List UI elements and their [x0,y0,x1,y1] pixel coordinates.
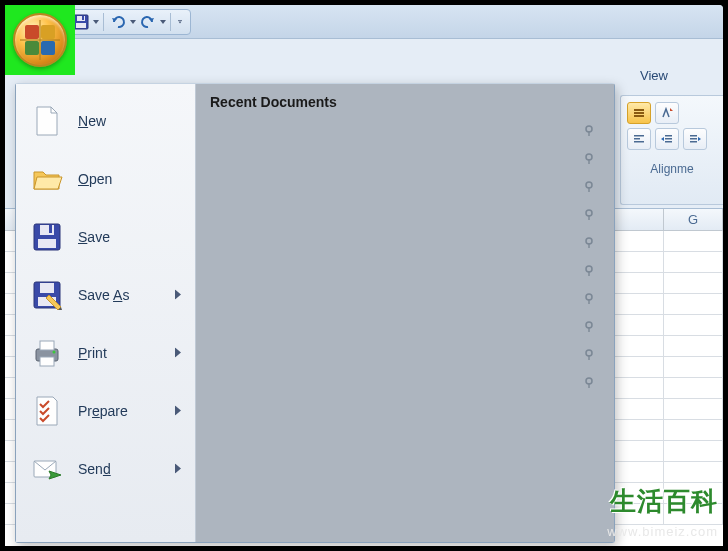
svg-rect-18 [38,239,56,248]
recent-document-slot[interactable] [210,258,600,286]
menu-print-label: Print [78,345,107,361]
qat-undo-dropdown[interactable] [129,20,137,24]
svg-rect-48 [588,383,589,388]
divider [103,13,104,31]
tab-view[interactable]: View [625,63,683,90]
pin-icon[interactable] [582,152,596,169]
save-disk-icon [30,220,64,254]
menu-open[interactable]: Open [20,150,191,208]
menu-save-as-label: Save As [78,287,129,303]
recent-document-slot[interactable] [210,286,600,314]
pin-icon[interactable] [582,320,596,337]
office-logo-icon [25,25,39,39]
menu-send[interactable]: Send [20,440,191,498]
recent-document-slot[interactable] [210,370,600,398]
svg-rect-36 [588,215,589,220]
svg-rect-8 [634,135,644,137]
office-button-highlight [5,5,75,75]
svg-rect-42 [588,299,589,304]
recent-document-slot[interactable] [210,342,600,370]
column-header-g[interactable]: G [664,209,723,230]
svg-rect-14 [690,135,697,137]
ribbon-group-label: Alignme [627,162,717,176]
menu-save-label: Save [78,229,110,245]
print-icon [30,336,64,370]
undo-icon [110,14,126,30]
recent-document-slot[interactable] [210,174,600,202]
svg-rect-12 [665,138,672,140]
align-middle-button[interactable] [627,102,651,124]
pin-icon[interactable] [582,124,596,141]
recent-documents-panel: Recent Documents [196,84,614,542]
svg-rect-38 [588,243,589,248]
qat-redo-button[interactable] [137,11,159,33]
svg-rect-5 [634,109,644,111]
menu-open-label: Open [78,171,112,187]
recent-document-slot[interactable] [210,230,600,258]
pin-icon[interactable] [582,348,596,365]
svg-rect-11 [665,135,672,137]
pin-icon[interactable] [582,236,596,253]
svg-rect-6 [634,112,644,114]
office-menu: New Open Save Save As [15,83,615,543]
qat-customize-dropdown[interactable] [174,20,186,24]
decrease-indent-button[interactable] [655,128,679,150]
svg-rect-4 [178,20,182,21]
office-menu-left: New Open Save Save As [16,84,196,542]
svg-rect-3 [82,16,84,20]
svg-rect-23 [40,283,54,293]
watermark-brand: 生活百科 [610,484,718,519]
recent-documents-title: Recent Documents [210,94,600,110]
office-button[interactable] [13,13,67,67]
align-left-button[interactable] [627,128,651,150]
pin-icon[interactable] [582,376,596,393]
svg-rect-20 [49,225,52,233]
svg-rect-1 [76,23,86,28]
send-icon [30,452,64,486]
save-icon [73,14,89,30]
prepare-icon [30,394,64,428]
app-window: View Alignme G [5,5,723,546]
pin-icon[interactable] [582,292,596,309]
svg-rect-44 [588,327,589,332]
watermark-url: www.bimeiz.com [607,524,718,539]
new-file-icon [30,104,64,138]
pin-icon[interactable] [582,180,596,197]
menu-prepare[interactable]: Prepare [20,382,191,440]
redo-icon [140,14,156,30]
svg-rect-30 [588,131,589,136]
recent-document-slot[interactable] [210,118,600,146]
chevron-right-icon [175,404,181,419]
orientation-button[interactable] [655,102,679,124]
recent-document-slot[interactable] [210,314,600,342]
recent-document-slot[interactable] [210,146,600,174]
title-bar [5,5,723,39]
svg-rect-9 [634,138,640,140]
pin-icon[interactable] [582,264,596,281]
qat-undo-button[interactable] [107,11,129,33]
increase-indent-button[interactable] [683,128,707,150]
svg-rect-26 [40,357,54,366]
menu-prepare-label: Prepare [78,403,128,419]
ribbon-group-alignment: Alignme [620,95,723,205]
recent-document-slot[interactable] [210,202,600,230]
chevron-right-icon [175,462,181,477]
svg-rect-15 [690,138,697,140]
menu-send-label: Send [78,461,111,477]
qat-redo-dropdown[interactable] [159,20,167,24]
menu-new[interactable]: New [20,92,191,150]
menu-print[interactable]: Print [20,324,191,382]
menu-new-label: New [78,113,106,129]
svg-rect-13 [665,141,672,143]
menu-save-as[interactable]: Save As [20,266,191,324]
chevron-right-icon [175,288,181,303]
qat-save-dropdown[interactable] [92,20,100,24]
svg-point-27 [53,351,56,354]
recent-documents-list [210,118,600,398]
open-folder-icon [30,162,64,196]
ribbon-tabs: View [625,63,683,90]
svg-rect-34 [588,187,589,192]
pin-icon[interactable] [582,208,596,225]
svg-rect-25 [40,341,54,350]
menu-save[interactable]: Save [20,208,191,266]
